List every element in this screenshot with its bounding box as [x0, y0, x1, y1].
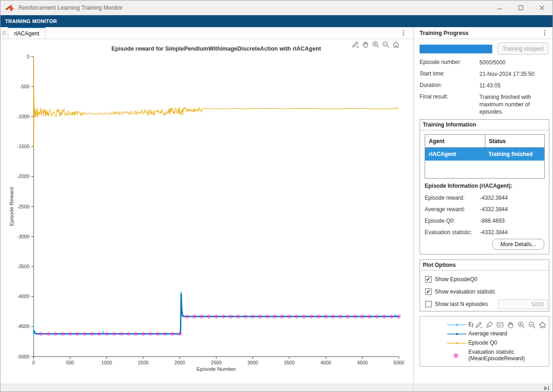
brush-icon [485, 321, 494, 329]
close-button[interactable] [531, 0, 553, 15]
ribbon-tab-training-monitor[interactable]: TRAINING MONITOR [5, 18, 57, 24]
restore-view-button[interactable] [537, 320, 547, 330]
panel-header: Training Progress ⋮ [414, 27, 553, 39]
last-n-episodes-input[interactable] [498, 300, 547, 309]
show-episodeq0-label: Show EpisodeQ0 [435, 276, 478, 282]
column-agent: Agent [425, 135, 485, 147]
episode-information-title: Episode Information (rlACAgent): [425, 183, 513, 189]
svg-text:5000: 5000 [393, 360, 404, 365]
svg-text:-2500: -2500 [17, 204, 29, 209]
tab-bar-spacer [46, 27, 413, 39]
show-evaluation-statistic-row: Show evaluation statistic [425, 287, 495, 296]
reward-chart-svg[interactable]: 0500100015002000250030003500400045005000… [4, 40, 413, 383]
start-time-value: 21-Nov-2024 17:35:50 [479, 70, 549, 78]
show-last-n-episodes-checkbox[interactable] [425, 301, 432, 307]
brush-button[interactable] [484, 320, 494, 330]
pan-icon [362, 40, 369, 48]
agent-status-table: Agent Status rlACAgent Training finished [425, 134, 545, 179]
home-icon [392, 40, 400, 48]
legend-entry-evaluation-statistic[interactable]: Evaluation statistic(MeanEpisodeReward) [420, 348, 549, 362]
window-title: Reinforcement Learning Training Monitor [18, 5, 123, 11]
episode-q0-label: Episode Q0: [425, 218, 455, 224]
show-evaluation-statistic-checkbox[interactable] [425, 288, 432, 295]
plot-options-title: Plot Options [423, 262, 455, 268]
svg-text:-1000: -1000 [17, 114, 29, 119]
svg-text:2500: 2500 [211, 360, 222, 365]
datatips-icon [496, 321, 504, 329]
svg-text:-4000: -4000 [17, 294, 29, 299]
zoom-in-icon [372, 40, 380, 48]
legend-entry-episode-q0[interactable]: Episode Q0 [420, 339, 549, 347]
progress-fill [420, 45, 492, 53]
agent-cell: rlACAgent [425, 148, 485, 161]
training-progress-panel: Training Progress ⋮ Training stopped Epi… [413, 27, 553, 384]
episode-reward-label: Episode reward: [425, 195, 465, 201]
episode-reward-value: -4332.3844 [480, 195, 508, 201]
skip-to-end-icon[interactable] [543, 386, 550, 391]
show-evaluation-statistic-label: Show evaluation statistic [435, 288, 495, 295]
app-window: Reinforcement Learning Training Monitor … [0, 0, 553, 392]
svg-text:1500: 1500 [138, 360, 149, 365]
axes-toolbar [350, 40, 401, 49]
svg-text:-3500: -3500 [17, 264, 29, 269]
svg-text:-500: -500 [20, 84, 29, 89]
zoom-out-button[interactable] [527, 320, 536, 330]
datatips-button[interactable] [495, 320, 505, 330]
svg-text:3000: 3000 [248, 360, 259, 365]
restore-view-button[interactable] [392, 40, 400, 49]
show-last-n-episodes-label: Show last N episodes [435, 301, 488, 307]
svg-text:-1500: -1500 [17, 144, 29, 149]
svg-text:3500: 3500 [284, 360, 295, 365]
maximize-button[interactable] [510, 0, 531, 15]
panel-kebab-menu-icon[interactable]: ⋮ [541, 29, 548, 36]
show-last-n-episodes-row: Show last N episodes [425, 300, 488, 309]
panel-title: Training Progress [420, 30, 468, 36]
zoom-in-button[interactable] [371, 40, 380, 49]
table-row[interactable]: rlACAgent Training finished [425, 148, 544, 161]
average-reward-label: Average reward: [425, 206, 465, 213]
training-stopped-button[interactable]: Training stopped [497, 42, 549, 55]
episode-reward-marker-icon [447, 323, 467, 327]
svg-text:Episode Reward: Episode Reward [9, 187, 14, 226]
more-details-button[interactable]: More Details... [492, 239, 544, 250]
status-bar [0, 384, 553, 392]
export-icon [351, 40, 359, 48]
legend-label: Average reward [468, 331, 507, 337]
zoom-out-icon [528, 321, 536, 329]
home-icon [538, 321, 547, 329]
pan-button[interactable] [506, 320, 515, 330]
tab-rlacagent[interactable]: rlACAgent [8, 27, 46, 39]
start-time-label: Start time: [420, 70, 445, 77]
pan-button[interactable] [361, 40, 370, 49]
export-icon [475, 321, 483, 329]
plot-options-group: Plot Options Show EpisodeQ0 Show evaluat… [420, 259, 549, 311]
document-area: rlACAgent ⋮ 0500100015002000250030003500… [0, 27, 413, 384]
episode-q0-value: -866.4693 [480, 218, 505, 224]
export-button[interactable] [351, 40, 360, 49]
svg-text:Episode reward for SimplePendl: Episode reward for SimplePendlumWithImag… [111, 46, 321, 52]
export-button[interactable] [474, 320, 484, 330]
final-result-value: Training finished with maximum number of… [479, 93, 549, 116]
legend-entry-average-reward[interactable]: Average reward [420, 330, 549, 338]
legend-label: Evaluation statistic(MeanEpisodeReward) [468, 349, 525, 362]
chart-legend: Episode reward Average reward Episode Q0 [420, 316, 549, 367]
svg-text:1000: 1000 [101, 360, 112, 365]
show-episodeq0-checkbox[interactable] [425, 276, 432, 282]
tab-grip-icon[interactable] [0, 27, 8, 39]
zoom-in-button[interactable] [516, 320, 526, 330]
svg-text:-5000: -5000 [17, 354, 29, 359]
tabbar-kebab-menu-icon[interactable]: ⋮ [400, 29, 407, 36]
duration-label: Duration: [420, 82, 442, 88]
minimize-button[interactable] [489, 0, 510, 15]
window-controls [489, 0, 553, 15]
zoom-out-button[interactable] [381, 40, 390, 49]
toolstrip-ribbon: TRAINING MONITOR [0, 15, 553, 27]
maximize-icon [518, 5, 524, 11]
main-area: rlACAgent ⋮ 0500100015002000250030003500… [0, 27, 553, 384]
training-information-header: Training Information [420, 120, 549, 130]
minimize-icon [497, 5, 502, 11]
duration-value: 11:43:05 [479, 82, 549, 89]
pan-icon [507, 321, 515, 329]
reward-chart: 0500100015002000250030003500400045005000… [4, 40, 413, 383]
legend-axes-toolbar [473, 319, 548, 331]
